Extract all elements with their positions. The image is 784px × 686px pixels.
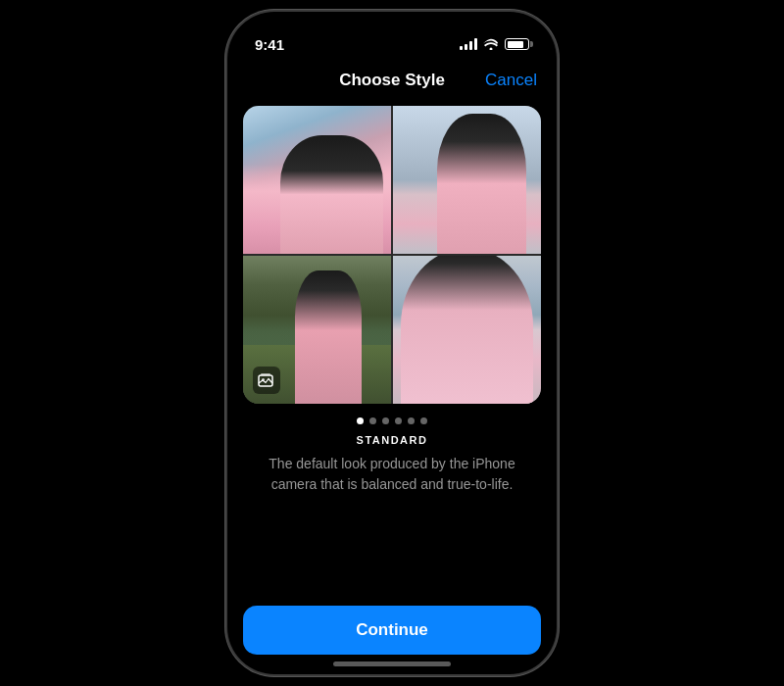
- page-dots: [357, 417, 427, 424]
- continue-button[interactable]: Continue: [243, 606, 541, 655]
- svg-rect-1: [261, 373, 270, 375]
- battery-icon: [505, 38, 529, 50]
- dot-6: [420, 417, 427, 424]
- photo-cell-4: [393, 256, 541, 404]
- photo-cell-3: [243, 256, 391, 404]
- style-name-label: STANDARD: [357, 434, 428, 446]
- screen: 9:41 Choose Style Can: [227, 12, 557, 674]
- continue-button-label: Continue: [356, 620, 428, 640]
- main-content: STANDARD The default look produced by th…: [227, 102, 557, 674]
- status-time: 9:41: [255, 36, 284, 53]
- dot-2: [369, 417, 376, 424]
- photo-cell-1: [243, 106, 391, 254]
- dot-1: [357, 417, 364, 424]
- home-indicator: [333, 662, 451, 666]
- dynamic-island: [343, 24, 441, 53]
- mountain-bg-1: [243, 158, 391, 202]
- dot-5: [408, 417, 415, 424]
- signal-bars-icon: [460, 38, 477, 50]
- wifi-icon: [483, 38, 499, 50]
- dot-4: [395, 417, 402, 424]
- photo-cell-2: [393, 106, 541, 254]
- phone-frame: 9:41 Choose Style Can: [225, 10, 559, 676]
- nav-bar: Choose Style Cancel: [227, 63, 557, 102]
- photo-library-icon: [253, 367, 280, 394]
- photo-grid: [243, 106, 541, 404]
- cancel-button[interactable]: Cancel: [485, 71, 537, 90]
- style-description: The default look produced by the iPhone …: [243, 454, 541, 495]
- dot-3: [382, 417, 389, 424]
- photo-grid-container: [243, 106, 541, 404]
- page-title: Choose Style: [339, 71, 445, 90]
- status-icons: [460, 38, 529, 50]
- mountain-bg-2: [393, 158, 541, 202]
